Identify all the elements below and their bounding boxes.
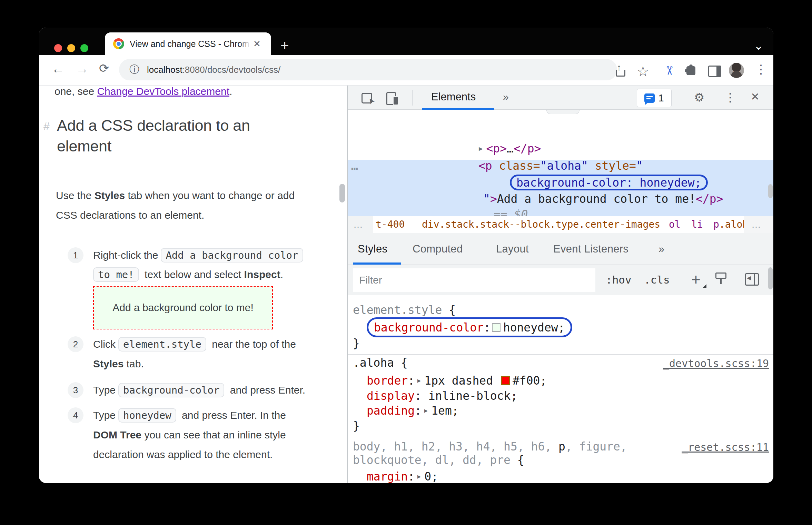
back-button[interactable]: ← [51, 61, 65, 76]
demo-box: Add a background color to me! [93, 286, 273, 329]
extensions-puzzle-icon[interactable] [686, 66, 695, 75]
rule-reset-selector-line1[interactable]: body, h1, h2, h3, h4, h5, h6, p, figure, [353, 439, 627, 454]
declaration-border[interactable]: border:▶1px dashed #f00; [367, 373, 547, 388]
tab-elements[interactable]: Elements [431, 86, 476, 108]
doc-scrollbar[interactable] [339, 184, 345, 202]
paint-roller-icon[interactable] [715, 273, 727, 288]
dom-tree: ▶<p>…</p> … <p class="aloha" style=" bac… [348, 110, 773, 216]
chrome-favicon-icon [113, 38, 124, 49]
rule-reset-selector-line2[interactable]: blockquote, dl, dd, pre { [353, 452, 524, 467]
dom-scrollbar[interactable] [768, 184, 773, 198]
rule-close-brace: } [353, 336, 360, 351]
browser-menu-kebab-icon[interactable]: ⋮ [755, 62, 767, 77]
inline-style-highlight[interactable]: background-color: honeydew; [510, 175, 708, 190]
page-title: Add a CSS declaration to an element [57, 115, 250, 157]
breadcrumb-item-selected[interactable]: p.aloh [713, 216, 744, 233]
source-link-devtools-scss[interactable]: _devtools.scss:19 [663, 357, 769, 369]
tab-strip: View and change CSS - Chrom ✕ + ⌄ [39, 28, 773, 55]
expand-shorthand-icon[interactable]: ▶ [417, 473, 421, 480]
declaration-margin[interactable]: margin:▶0; [367, 469, 438, 483]
declaration-padding[interactable]: padding:▶1em; [367, 403, 459, 418]
breadcrumb-item[interactable]: li [691, 216, 703, 233]
dom-row-collapsed-p[interactable]: ▶<p>…</p> [479, 141, 541, 156]
rule-separator [348, 437, 773, 437]
tab-styles[interactable]: Styles [358, 233, 387, 265]
dom-row-selected-open[interactable]: … <p class="aloha" style=" [351, 158, 773, 173]
tab-title: View and change CSS - Chrom [130, 39, 251, 49]
step3-line1: Typebackground-color and press Enter. [93, 382, 305, 398]
expand-shorthand-icon[interactable]: ▶ [417, 377, 421, 384]
step1-line1: Right-click theAdd a background color [93, 247, 306, 263]
css-property-name[interactable]: background-color [374, 321, 484, 334]
more-adorner-icon[interactable]: … [351, 159, 359, 172]
inline-style-declaration[interactable]: background-color: honeydew; [516, 176, 701, 189]
bookmark-star-icon[interactable]: ☆ [637, 63, 649, 79]
step1-line2: to me! text below and select Inspect. [93, 267, 283, 283]
more-tabs-icon[interactable]: » [503, 86, 509, 108]
address-bar[interactable]: ⓘ localhost:8080/docs/devtools/css/ [119, 59, 617, 80]
doc-content: one, see Change DevTools placement. # Ad… [39, 86, 347, 483]
css-property-value[interactable]: honeydew; [503, 321, 565, 334]
hover-state-button[interactable]: :hov [606, 265, 632, 295]
devtools-close-icon[interactable]: ✕ [751, 90, 760, 103]
tab-computed[interactable]: Computed [413, 233, 463, 265]
rule-close-brace: } [353, 481, 360, 483]
color-swatch-honeydew[interactable] [492, 323, 501, 332]
dom-row-selected-text[interactable]: ">Add a background color to me!</p> [483, 191, 723, 206]
more-panes-icon[interactable]: » [658, 233, 665, 265]
breadcrumb-strip: t-400 div.stack.stack--block.type.center… [373, 216, 744, 233]
heading-anchor-hash[interactable]: # [43, 120, 50, 133]
scissors-extension-icon[interactable]: ✂ [662, 66, 676, 76]
devtools-panel: ➤ Elements » 1 ⚙ ⋮ ✕ ▶<p>…</p> … < [347, 86, 773, 483]
devtools-toolbar: ➤ Elements » 1 ⚙ ⋮ ✕ [348, 86, 773, 110]
declaration-display[interactable]: display: inline-block; [367, 388, 517, 403]
step4-line1: Typehoneydew and press Enter. In the [93, 407, 286, 423]
tab-layout[interactable]: Layout [496, 233, 529, 265]
new-tab-button[interactable]: + [280, 37, 289, 54]
breadcrumb: … t-400 div.stack.stack--block.type.cent… [348, 216, 773, 233]
inspect-element-icon[interactable]: ➤ [362, 93, 372, 103]
tab-close-icon[interactable]: ✕ [253, 39, 261, 49]
class-toggle-button[interactable]: .cls [644, 265, 670, 295]
active-pane-underline [353, 262, 401, 265]
rule-close-brace: } [353, 418, 360, 433]
settings-gear-icon[interactable]: ⚙ [694, 90, 704, 104]
reload-button[interactable]: ⟳ [99, 61, 109, 75]
issues-badge[interactable]: 1 [637, 89, 672, 107]
mac-zoom-button[interactable] [80, 44, 88, 52]
page-title-line1: Add a CSS declaration to an [57, 115, 250, 136]
forward-button[interactable]: → [76, 61, 89, 76]
expand-shorthand-icon[interactable]: ▶ [424, 407, 428, 414]
browser-window: View and change CSS - Chrom ✕ + ⌄ ← → ⟳ … [39, 28, 773, 483]
rule-element-style-selector[interactable]: element.style { [353, 302, 456, 317]
rule-separator [348, 354, 773, 355]
breadcrumb-item[interactable]: ol [669, 216, 681, 233]
breadcrumb-overflow-right[interactable]: … [751, 216, 762, 233]
profile-avatar[interactable] [729, 63, 744, 78]
scroll-fragment [546, 110, 580, 114]
share-icon[interactable]: ↑ [616, 65, 625, 77]
step2-line1: Clickelement.style near the top of the [93, 336, 296, 352]
new-style-rule-button[interactable]: + [691, 265, 701, 295]
color-swatch-red[interactable] [501, 376, 510, 385]
mac-close-button[interactable] [54, 44, 62, 52]
toggle-sidebar-icon[interactable]: ◂ [745, 273, 759, 286]
chevron-down-icon[interactable]: ⌄ [754, 39, 764, 52]
filter-input[interactable] [353, 268, 595, 292]
declaration-highlight[interactable]: background-color: honeydew; [367, 317, 572, 337]
mac-minimize-button[interactable] [67, 44, 75, 52]
device-toolbar-icon[interactable] [386, 92, 396, 105]
devtools-placement-link[interactable]: Change DevTools placement [97, 86, 229, 97]
styles-scrollbar[interactable] [768, 267, 773, 289]
site-info-icon[interactable]: ⓘ [129, 63, 139, 77]
side-panel-icon[interactable] [708, 66, 721, 77]
devtools-menu-kebab-icon[interactable]: ⋮ [724, 90, 736, 104]
browser-tab[interactable]: View and change CSS - Chrom ✕ [105, 32, 271, 55]
url-path: :8080/docs/devtools/css/ [182, 65, 281, 75]
breadcrumb-item[interactable]: div.stack.stack--block.type.center-image… [422, 216, 660, 233]
breadcrumb-item[interactable]: t-400 [376, 216, 405, 233]
source-link-reset-scss[interactable]: _reset.scss:11 [682, 441, 769, 453]
expand-triangle-icon[interactable]: ▶ [479, 145, 483, 152]
breadcrumb-overflow-left[interactable]: … [353, 216, 364, 233]
tab-event-listeners[interactable]: Event Listeners [553, 233, 628, 265]
